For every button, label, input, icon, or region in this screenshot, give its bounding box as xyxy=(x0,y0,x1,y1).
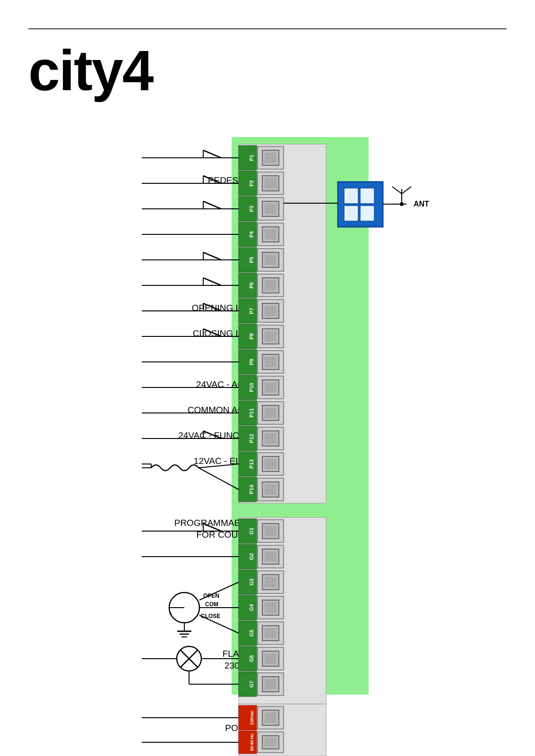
label-common-acc: COMMON ACCESSORIES xyxy=(28,405,296,415)
svg-rect-113 xyxy=(239,731,257,754)
logo: city4 xyxy=(28,38,153,103)
label-24vac-func: 24VAC - FUNCTIONAL TEST xyxy=(28,430,296,441)
label-photocell: PHOTOCELL xyxy=(28,277,296,288)
svg-rect-115 xyxy=(258,732,284,753)
label-12vac-electrolock: 12VAC - ELECTROLOCK xyxy=(28,456,296,466)
page-container: city4 P1 P2 P3 P4 xyxy=(0,0,535,756)
label-pedestrian-start: PEDESTRIAN START xyxy=(28,175,296,186)
label-stop: STOP xyxy=(28,201,296,211)
label-common-p4: COMMON xyxy=(28,226,296,237)
svg-text:OPEN: OPEN xyxy=(203,593,219,599)
svg-rect-117 xyxy=(265,738,276,747)
svg-line-126 xyxy=(402,187,411,194)
svg-text:ANT: ANT xyxy=(414,200,429,208)
label-closing-limit: CLOSING LIMIT SWITCH xyxy=(28,328,296,339)
svg-rect-112 xyxy=(265,713,276,723)
svg-point-128 xyxy=(400,202,404,206)
svg-line-127 xyxy=(392,187,402,194)
label-power-supply: POWER SUPPLY xyxy=(28,723,296,733)
label-opening-limit: OPENING LIMIT SWITCH xyxy=(28,303,296,313)
label-edge: EDGE xyxy=(28,252,296,262)
label-24vac-acc: 24VAC - ACCESSORIES xyxy=(28,379,296,390)
label-programmable-contact: PROGRAMMABLE CONTACTFOR COURTESY LIGHT xyxy=(28,517,296,541)
svg-text:50-60 Hz: 50-60 Hz xyxy=(250,733,254,751)
label-common-p9: COMMON xyxy=(28,354,296,364)
svg-rect-116 xyxy=(262,736,279,749)
top-divider xyxy=(28,28,507,29)
label-motor: MOTOR xyxy=(28,604,296,616)
label-flashing-light: FLASHING LIGHT230V - MAX. 40W xyxy=(28,648,296,671)
label-start: START xyxy=(28,150,296,161)
